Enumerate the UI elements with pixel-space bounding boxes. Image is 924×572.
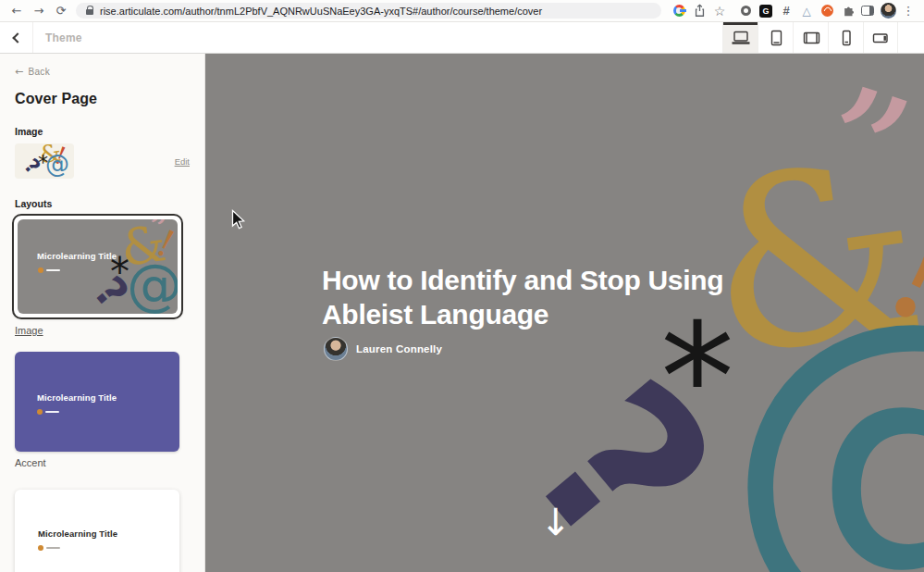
side-panel-icon[interactable]	[857, 1, 878, 21]
device-desktop-button[interactable]	[722, 22, 758, 53]
question-glyph: ?	[495, 347, 747, 572]
cover-title-line1: How to Identify and Stop Using	[322, 263, 723, 297]
device-preview-group	[722, 22, 898, 53]
at-glyph: @	[127, 256, 178, 312]
preview-author	[38, 545, 60, 551]
triangle-extension-icon[interactable]: △	[796, 1, 817, 21]
layout-card-light[interactable]: Microlearning Title	[15, 490, 179, 572]
avatar-dot	[38, 545, 43, 551]
cover-preview: ” & ! * @ ? ↓ How to Identify and Stop U…	[205, 54, 924, 572]
exclamation-glyph: !	[52, 143, 69, 168]
quote-glyph: ”	[796, 61, 924, 241]
device-tablet-portrait-button[interactable]	[758, 22, 793, 53]
layouts-section-label: Layouts	[15, 198, 190, 209]
bookmark-star-icon[interactable]: ☆	[709, 1, 730, 21]
layout-label-accent: Accent	[15, 457, 46, 468]
preview-title: Microlearning Title	[37, 392, 117, 403]
address-bar[interactable]: rise.articulate.com/author/tnmL2PbfV_AQN…	[76, 3, 661, 19]
url-text: rise.articulate.com/author/tnmL2PbfV_AQN…	[100, 6, 542, 17]
google-g-icon[interactable]	[669, 1, 689, 21]
lock-icon	[86, 9, 93, 15]
sidebar-heading: Cover Page	[15, 91, 190, 107]
exclamation-glyph: !	[864, 185, 924, 349]
exclamation-glyph: !	[151, 224, 178, 264]
author-name: Lauren Connelly	[356, 343, 442, 354]
layout-image-preview: ” & ! * @ ? Microlearning Title	[18, 219, 178, 314]
image-thumbnail-row: & ! * @ ? Edit	[15, 143, 190, 179]
browser-toolbar: ← → ⟳ rise.articulate.com/author/tnmL2Pb…	[0, 0, 924, 22]
author-name-line	[46, 547, 60, 549]
reload-icon[interactable]: ⟳	[50, 2, 72, 20]
back-nav-icon[interactable]: ←	[6, 2, 28, 20]
sidebar-back-link[interactable]: ← Back	[15, 66, 50, 78]
chevron-left-icon	[12, 32, 22, 43]
cover-image-thumbnail[interactable]: & ! * @ ?	[15, 143, 74, 179]
preview-title: Microlearning Title	[38, 528, 117, 539]
ampersand-glyph: &	[38, 143, 63, 167]
browser-window: ← → ⟳ rise.articulate.com/author/tnmL2Pb…	[0, 0, 924, 572]
preview-author	[38, 267, 60, 273]
hash-extension-icon[interactable]: #	[776, 1, 796, 21]
question-glyph: ?	[20, 155, 43, 178]
record-circle-extension-icon[interactable]	[735, 1, 756, 21]
edit-image-link[interactable]: Edit	[175, 156, 190, 167]
quote-glyph: ”	[142, 219, 169, 247]
puzzle-extensions-icon[interactable]	[837, 1, 857, 21]
cover-title-line2: Ableist Language	[322, 297, 723, 331]
device-tablet-landscape-button[interactable]	[793, 22, 828, 53]
app-back-button[interactable]	[0, 22, 33, 53]
menu-dots-icon[interactable]: ⋮	[898, 1, 918, 21]
layout-card-image[interactable]: ” & ! * @ ? Microlearning Title	[12, 214, 183, 319]
preview-title: Microlearning Title	[37, 251, 117, 261]
app-toolbar: Theme	[0, 22, 924, 54]
author-row: Lauren Connelly	[324, 337, 442, 361]
author-name-line	[45, 411, 59, 413]
author-name-line	[46, 269, 60, 271]
question-glyph: ?	[87, 269, 135, 314]
preview-author	[37, 409, 59, 415]
image-section-label: Image	[15, 126, 190, 137]
content-area: ← Back Cover Page Image & ! * @ ? Edit L…	[0, 54, 924, 572]
avatar-dot	[37, 409, 43, 415]
orange-extension-icon[interactable]	[817, 1, 837, 21]
ampersand-glyph: &	[117, 219, 168, 274]
layout-label-image: Image	[15, 325, 43, 336]
share-icon[interactable]	[689, 1, 709, 21]
cover-title: How to Identify and Stop Using Ableist L…	[322, 263, 723, 331]
scroll-down-arrow-icon: ↓	[540, 504, 572, 541]
back-arrow-icon: ←	[15, 66, 24, 78]
forward-nav-icon[interactable]: →	[28, 2, 50, 20]
layout-card-accent[interactable]: Microlearning Title	[15, 352, 179, 452]
at-glyph: @	[723, 273, 924, 572]
avatar-dot	[38, 267, 43, 273]
author-avatar	[324, 337, 348, 361]
app-title: Theme	[33, 22, 82, 53]
at-glyph: @	[45, 152, 69, 176]
asterisk-glyph: *	[38, 153, 48, 173]
g-extension-icon[interactable]: G	[756, 1, 776, 21]
mouse-cursor	[231, 209, 247, 230]
device-phone-landscape-button[interactable]	[863, 22, 898, 53]
cover-page-sidebar: ← Back Cover Page Image & ! * @ ? Edit L…	[0, 54, 205, 572]
profile-avatar[interactable]	[878, 1, 898, 21]
device-phone-portrait-button[interactable]	[828, 22, 863, 53]
ampersand-glyph: &	[694, 127, 924, 390]
